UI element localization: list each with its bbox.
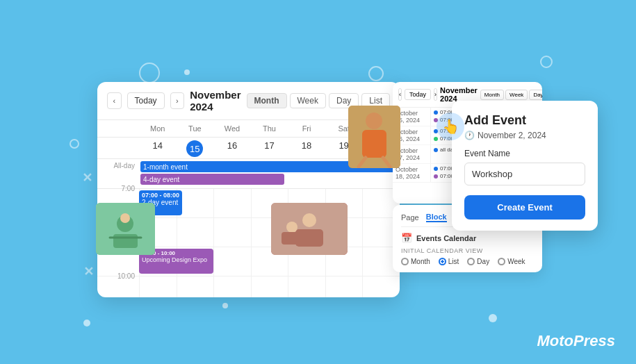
event-name-input[interactable] (464, 163, 585, 185)
motopress-logo: MotoPress (537, 332, 615, 350)
bg-decor-circle-3 (540, 56, 553, 68)
day-header-tue: Tue (177, 120, 214, 138)
bg-dot-4 (489, 314, 497, 322)
bg-dot-1 (184, 69, 190, 75)
tc-wed-900 (213, 247, 251, 276)
radio-day[interactable]: Day (467, 258, 489, 265)
day-num-corner (97, 138, 139, 159)
time-cells-700: 07:00 - 08:00 07:00 - 08:00 2-day event … (139, 189, 400, 217)
svg-point-8 (286, 222, 297, 233)
small-prev-button[interactable]: ‹ (398, 88, 402, 101)
svg-point-6 (302, 213, 316, 227)
small-day-btn[interactable]: Day (529, 90, 542, 100)
yoga-image (96, 203, 155, 255)
radio-circle-day (467, 258, 475, 265)
bg-decor-circle-1 (139, 63, 160, 83)
event-name-label: Event Name (464, 149, 585, 158)
tc-wed-800 (213, 218, 251, 247)
small-dot-4b (434, 174, 438, 179)
tc-wed-1000 (213, 276, 251, 297)
radio-circle-list (439, 258, 446, 265)
tc-mon-1000 (139, 276, 177, 297)
bg-dot-3 (83, 320, 90, 326)
small-next-button[interactable]: › (434, 88, 437, 101)
view-radio-group: Month List Day Week (401, 258, 534, 265)
day-num-15: 15 (177, 138, 214, 159)
tc-fri-1000 (288, 276, 325, 297)
small-week-btn[interactable]: Week (505, 90, 528, 100)
tc-sun-1000 (362, 276, 400, 297)
corner-cell (97, 120, 139, 138)
add-event-panel: Add Event 🕐 November 2, 2024 Event Name … (452, 101, 598, 231)
time-cells-1000 (139, 276, 400, 297)
block-section-title: 📅 Events Calendar (401, 233, 534, 243)
time-cells-900: 09:00 - 10:00 Upcoming Design Expo (139, 247, 400, 276)
time-label-1000: 10:00 (97, 272, 139, 297)
day-num-14: 14 (139, 138, 177, 159)
initial-calendar-view-label: INITIAL CALENDAR VIEW (401, 247, 534, 254)
day-header-wed: Wed (213, 120, 251, 138)
small-today-button[interactable]: Today (405, 89, 431, 100)
tab-block[interactable]: Block (426, 213, 447, 222)
calendar-icon-small: 📅 (401, 233, 412, 243)
add-event-title: Add Event (464, 113, 585, 128)
svg-point-11 (366, 113, 382, 129)
tc-tue-800 (177, 218, 214, 247)
radio-circle-week (498, 258, 505, 265)
svg-rect-5 (271, 203, 348, 255)
allday-event-4day[interactable]: 4-day event (140, 174, 284, 185)
svg-rect-9 (282, 232, 299, 245)
radio-circle-month (401, 258, 409, 265)
time-cells-800 (139, 218, 400, 247)
click-cursor-icon: 👆 (442, 118, 459, 135)
day-num-18: 18 (288, 138, 325, 159)
allday-label: All-day (97, 159, 139, 188)
next-month-button[interactable]: › (170, 92, 185, 109)
radio-month[interactable]: Month (401, 258, 430, 265)
bg-decor-circle-4 (70, 139, 79, 149)
calendar-title: November 2024 (190, 89, 240, 113)
day-header-thu: Thu (251, 120, 288, 138)
runner-image (348, 106, 400, 168)
tab-page[interactable]: Page (401, 213, 419, 222)
bg-x-1: ✕ (82, 170, 92, 185)
svg-rect-2 (113, 234, 138, 248)
small-view-btns: Month Week Day List (480, 90, 542, 100)
tc-tue-1000 (177, 276, 214, 297)
small-dot-3a (434, 148, 438, 152)
tc-thu-1000 (251, 276, 288, 297)
day-header-mon: Mon (139, 120, 177, 138)
small-dot-2b (434, 137, 438, 141)
add-event-date: 🕐 November 2, 2024 (464, 131, 585, 140)
gym-image (271, 203, 348, 255)
prev-month-button[interactable]: ‹ (107, 92, 122, 109)
create-event-button[interactable]: Create Event (464, 195, 585, 220)
small-dot-1a (434, 110, 438, 115)
bg-decor-circle-2 (368, 66, 384, 81)
svg-point-3 (120, 213, 130, 223)
svg-rect-7 (295, 229, 323, 247)
day-num-16: 16 (213, 138, 251, 159)
time-row-1000: 10:00 (97, 276, 400, 297)
small-month-btn[interactable]: Month (480, 90, 504, 100)
svg-rect-12 (362, 130, 386, 158)
bg-x-3: ✕ (83, 264, 94, 279)
cursor-indicator: 👆 (437, 113, 464, 140)
add-event-date-text: November 2, 2024 (478, 131, 546, 140)
today-button[interactable]: Today (127, 92, 165, 109)
tc-sat-1000 (325, 276, 363, 297)
day-header-fri: Fri (288, 120, 325, 138)
time-cell-wed-700 (213, 189, 251, 217)
small-dot-4a (434, 167, 438, 171)
view-month-button[interactable]: Month (247, 93, 287, 108)
view-week-button[interactable]: Week (290, 93, 326, 108)
radio-week[interactable]: Week (498, 258, 525, 265)
clock-icon: 🕐 (464, 131, 475, 140)
bg-dot-5 (222, 303, 228, 308)
radio-list[interactable]: List (439, 258, 459, 265)
day-num-17: 17 (251, 138, 288, 159)
